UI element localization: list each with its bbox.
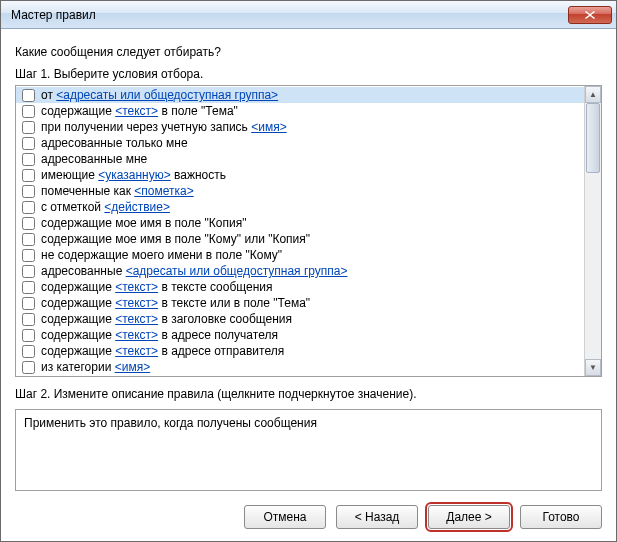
condition-text: при получении через учетную запись <имя> bbox=[41, 119, 287, 135]
condition-link[interactable]: <адресаты или общедоступная группа> bbox=[126, 264, 348, 278]
rule-description-text: Применить это правило, когда получены со… bbox=[24, 416, 317, 430]
back-button[interactable]: < Назад bbox=[336, 505, 418, 529]
rule-description-box[interactable]: Применить это правило, когда получены со… bbox=[15, 409, 602, 491]
condition-text: адресованные мне bbox=[41, 151, 147, 167]
conditions-list[interactable]: от <адресаты или общедоступная группа>со… bbox=[16, 86, 584, 376]
condition-link[interactable]: <действие> bbox=[104, 200, 170, 214]
scrollbar[interactable]: ▲ ▼ bbox=[584, 86, 601, 376]
scroll-up-button[interactable]: ▲ bbox=[585, 86, 601, 103]
condition-checkbox[interactable] bbox=[22, 153, 35, 166]
condition-text: имеющие <указанную> важность bbox=[41, 167, 226, 183]
condition-row[interactable]: содержащие <текст> в поле "Тема" bbox=[16, 103, 584, 119]
titlebar: Мастер правил bbox=[1, 1, 616, 29]
rules-wizard-window: Мастер правил Какие сообщения следует от… bbox=[0, 0, 617, 542]
condition-row[interactable]: содержащие <текст> в тексте или в поле "… bbox=[16, 295, 584, 311]
condition-link[interactable]: <имя> bbox=[251, 120, 286, 134]
condition-text: содержащие мое имя в поле "Кому" или "Ко… bbox=[41, 231, 310, 247]
scroll-down-button[interactable]: ▼ bbox=[585, 359, 601, 376]
condition-text: содержащие <текст> в тексте или в поле "… bbox=[41, 295, 310, 311]
condition-text: с отметкой <действие> bbox=[41, 199, 170, 215]
condition-row[interactable]: с отметкой <действие> bbox=[16, 199, 584, 215]
close-button[interactable] bbox=[568, 6, 612, 24]
condition-text: содержащие <текст> в адресе получателя bbox=[41, 327, 278, 343]
condition-checkbox[interactable] bbox=[22, 345, 35, 358]
condition-link[interactable]: <текст> bbox=[115, 312, 158, 326]
finish-button[interactable]: Готово bbox=[520, 505, 602, 529]
condition-checkbox[interactable] bbox=[22, 361, 35, 374]
condition-text-fragment: адресованные bbox=[41, 264, 126, 278]
condition-row[interactable]: адресованные <адресаты или общедоступная… bbox=[16, 263, 584, 279]
condition-text-fragment: содержащие bbox=[41, 312, 115, 326]
condition-row[interactable]: при получении через учетную запись <имя> bbox=[16, 119, 584, 135]
scroll-track[interactable] bbox=[585, 103, 601, 359]
condition-link[interactable]: <текст> bbox=[115, 104, 158, 118]
condition-checkbox[interactable] bbox=[22, 281, 35, 294]
condition-checkbox[interactable] bbox=[22, 137, 35, 150]
condition-text: адресованные только мне bbox=[41, 135, 188, 151]
condition-row[interactable]: содержащие мое имя в поле "Кому" или "Ко… bbox=[16, 231, 584, 247]
condition-text-fragment: в тексте или в поле "Тема" bbox=[158, 296, 310, 310]
condition-text-fragment: в адресе получателя bbox=[158, 328, 278, 342]
cancel-button[interactable]: Отмена bbox=[244, 505, 326, 529]
condition-text: содержащие <текст> в заголовке сообщения bbox=[41, 311, 292, 327]
condition-text: из категории <имя> bbox=[41, 359, 150, 375]
condition-link[interactable]: <пометка> bbox=[134, 184, 193, 198]
condition-text: помеченные как <пометка> bbox=[41, 183, 194, 199]
condition-text: не содержащие моего имени в поле "Кому" bbox=[41, 247, 282, 263]
condition-checkbox[interactable] bbox=[22, 169, 35, 182]
condition-link[interactable]: <имя> bbox=[115, 360, 150, 374]
condition-text-fragment: имеющие bbox=[41, 168, 98, 182]
condition-text-fragment: из категории bbox=[41, 360, 115, 374]
condition-text-fragment: содержащие bbox=[41, 280, 115, 294]
condition-link[interactable]: <указанную> bbox=[98, 168, 171, 182]
condition-link[interactable]: <текст> bbox=[115, 328, 158, 342]
condition-checkbox[interactable] bbox=[22, 89, 35, 102]
condition-row[interactable]: содержащие мое имя в поле "Копия" bbox=[16, 215, 584, 231]
condition-checkbox[interactable] bbox=[22, 265, 35, 278]
conditions-listbox: от <адресаты или общедоступная группа>со… bbox=[15, 85, 602, 377]
scroll-thumb[interactable] bbox=[586, 103, 600, 173]
condition-text: содержащие <текст> в тексте сообщения bbox=[41, 279, 273, 295]
condition-checkbox[interactable] bbox=[22, 297, 35, 310]
condition-text-fragment: содержащие bbox=[41, 328, 115, 342]
condition-checkbox[interactable] bbox=[22, 249, 35, 262]
condition-text-fragment: не содержащие моего имени в поле "Кому" bbox=[41, 248, 282, 262]
next-button[interactable]: Далее > bbox=[428, 505, 510, 529]
condition-link[interactable]: <текст> bbox=[115, 296, 158, 310]
condition-row[interactable]: не содержащие моего имени в поле "Кому" bbox=[16, 247, 584, 263]
condition-checkbox[interactable] bbox=[22, 329, 35, 342]
condition-text-fragment: в заголовке сообщения bbox=[158, 312, 292, 326]
step1-label: Шаг 1. Выберите условия отбора. bbox=[15, 67, 602, 81]
condition-link[interactable]: <текст> bbox=[115, 280, 158, 294]
condition-text-fragment: содержащие мое имя в поле "Копия" bbox=[41, 216, 246, 230]
condition-row[interactable]: содержащие <текст> в тексте сообщения bbox=[16, 279, 584, 295]
condition-link[interactable]: <адресаты или общедоступная группа> bbox=[56, 88, 278, 102]
condition-row[interactable]: адресованные мне bbox=[16, 151, 584, 167]
condition-text-fragment: в тексте сообщения bbox=[158, 280, 272, 294]
condition-link[interactable]: <текст> bbox=[115, 344, 158, 358]
condition-checkbox[interactable] bbox=[22, 201, 35, 214]
condition-row[interactable]: содержащие <текст> в адресе отправителя bbox=[16, 343, 584, 359]
condition-row[interactable]: адресованные только мне bbox=[16, 135, 584, 151]
condition-row[interactable]: от <адресаты или общедоступная группа> bbox=[16, 87, 584, 103]
condition-checkbox[interactable] bbox=[22, 121, 35, 134]
condition-row[interactable]: помеченные как <пометка> bbox=[16, 183, 584, 199]
condition-row[interactable]: из категории <имя> bbox=[16, 359, 584, 375]
condition-row[interactable]: содержащие <текст> в заголовке сообщения bbox=[16, 311, 584, 327]
condition-checkbox[interactable] bbox=[22, 105, 35, 118]
condition-text-fragment: при получении через учетную запись bbox=[41, 120, 251, 134]
condition-text-fragment: содержащие мое имя в поле "Кому" или "Ко… bbox=[41, 232, 310, 246]
condition-text-fragment: содержащие bbox=[41, 344, 115, 358]
condition-text-fragment: в поле "Тема" bbox=[158, 104, 238, 118]
condition-checkbox[interactable] bbox=[22, 185, 35, 198]
condition-checkbox[interactable] bbox=[22, 217, 35, 230]
step2-label: Шаг 2. Измените описание правила (щелкни… bbox=[15, 387, 602, 401]
condition-text: содержащие <текст> в поле "Тема" bbox=[41, 103, 238, 119]
question-prompt: Какие сообщения следует отбирать? bbox=[15, 45, 602, 59]
condition-row[interactable]: имеющие <указанную> важность bbox=[16, 167, 584, 183]
condition-text-fragment: адресованные мне bbox=[41, 152, 147, 166]
condition-row[interactable]: содержащие <текст> в адресе получателя bbox=[16, 327, 584, 343]
condition-checkbox[interactable] bbox=[22, 233, 35, 246]
close-icon bbox=[585, 11, 595, 19]
condition-checkbox[interactable] bbox=[22, 313, 35, 326]
